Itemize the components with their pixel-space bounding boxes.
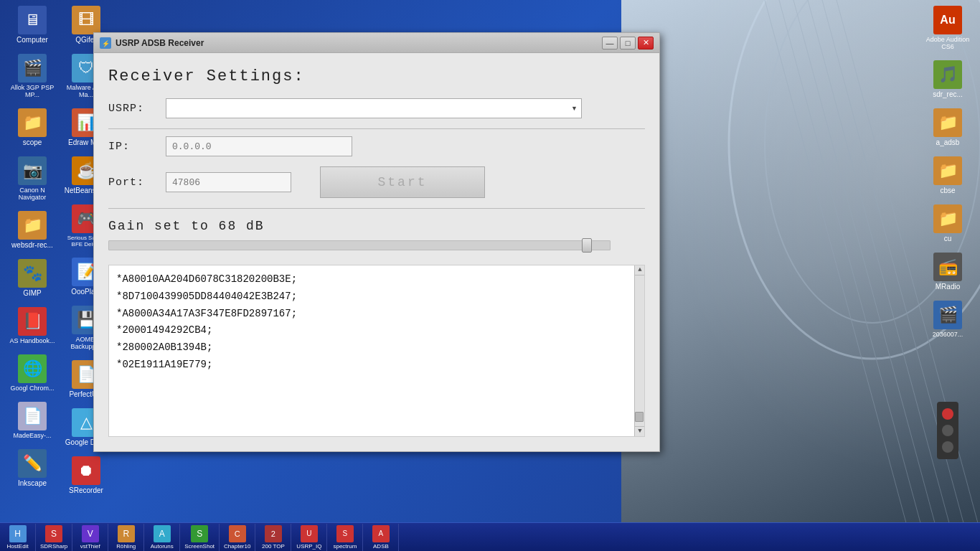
window-titlebar: ⚡ USRP ADSB Receiver — □ ✕ <box>94 33 659 53</box>
taskbar-item-200top[interactable]: 2 200 TOP <box>255 524 291 551</box>
svg-line-3 <box>779 0 923 531</box>
app-icon: ⚡ <box>100 37 111 49</box>
taskbar-items: H HostEdit S SDRSharp V vstThief R Röhli… <box>0 524 980 551</box>
svg-text:⚡: ⚡ <box>102 39 110 47</box>
svg-line-2 <box>765 0 908 531</box>
port-label: Port: <box>108 176 166 189</box>
scroll-down-button[interactable]: ▼ <box>635 426 645 436</box>
desktop-icon-mrado[interactable]: 📻 MRadio <box>923 250 973 293</box>
app-window: ⚡ USRP ADSB Receiver — □ ✕ Receiver Sett… <box>93 32 660 452</box>
output-line: *A8000A34A17A3F347E8FD2897167; <box>116 306 637 323</box>
output-scrollbar: ▲ ▼ <box>634 265 644 436</box>
desktop-icon-srecorder[interactable]: ⏺ SRecorder <box>61 454 111 496</box>
taskbar-item-vstthief[interactable]: V vstThief <box>72 524 108 551</box>
desktop: 🖥 Computer 🎬 Allok 3GP PSP MP... 📁 scope… <box>0 0 980 551</box>
start-button[interactable]: Start <box>320 166 485 198</box>
output-line: *20001494292CB4; <box>116 322 637 339</box>
ip-row: IP: <box>108 136 645 156</box>
ip-input[interactable] <box>166 136 352 156</box>
usrp-wrapper: ▼ <box>166 98 582 118</box>
taskbar-item-sdrsharp[interactable]: S SDRSharp <box>36 524 72 551</box>
desktop-icon-video[interactable]: 🎬 2036007... <box>923 298 973 340</box>
usrp-row: USRP: ▼ <box>108 98 645 118</box>
slider-container <box>108 240 645 250</box>
taskbar-item-rohling[interactable]: R Röhling <box>108 524 144 551</box>
taskbar-item-usrpiq[interactable]: U USRP_IQ <box>291 524 327 551</box>
desktop-icon-allok[interactable]: 🎬 Allok 3GP PSP MP... <box>7 52 57 100</box>
desktop-icon-gimp[interactable]: 🐾 GIMP <box>7 257 57 299</box>
window-title: USRP ADSB Receiver <box>116 38 602 48</box>
output-line: *280002A0B1394B; <box>116 339 637 357</box>
output-line: *A80010AA204D6078C31820200B3E; <box>116 271 637 288</box>
taskbar-item-screenshot[interactable]: S ScreenShot <box>180 524 220 551</box>
desktop-icon-a-adsb[interactable]: 📁 a_adsb <box>923 106 973 149</box>
desktop-icon-madeeasy[interactable]: 📄 MadeEasy-... <box>7 400 57 441</box>
usrp-select[interactable] <box>166 98 582 118</box>
desktop-icon-chrome[interactable]: 🌐 Googl Chrom... <box>7 352 57 394</box>
desktop-icon-scope[interactable]: 📁 scope <box>7 106 57 149</box>
gain-slider-track[interactable] <box>108 240 611 250</box>
desktop-icon-cu[interactable]: 📁 cu <box>923 202 973 245</box>
close-button[interactable]: ✕ <box>638 37 654 50</box>
output-lines: *A80010AA204D6078C31820200B3E;*8D7100439… <box>116 271 637 374</box>
divider-2 <box>108 208 645 209</box>
taskbar-item-chapter10[interactable]: C Chapter10 <box>220 524 255 551</box>
desktop-icon-inkscape[interactable]: ✏️ Inkscape <box>7 447 57 489</box>
desktop-icon-cbse[interactable]: 📁 cbse <box>923 154 973 197</box>
gain-label: Gain set to 68 dB <box>108 219 645 233</box>
ip-label: IP: <box>108 141 166 153</box>
divider-1 <box>108 128 645 129</box>
port-row: Port: Start <box>108 166 645 198</box>
desktop-icon-sdr-rec[interactable]: 🎵 sdr_rec... <box>923 58 973 100</box>
port-input[interactable] <box>166 172 291 192</box>
window-content: Receiver Settings: USRP: ▼ IP: Port: Sta… <box>94 53 659 451</box>
desktop-icons-right: Au Adobe Audition CS6 🎵 sdr_rec... 📁 a_a… <box>919 0 976 344</box>
minimize-button[interactable]: — <box>602 37 618 50</box>
taskbar: H HostEdit S SDRSharp V vstThief R Röhli… <box>0 522 980 551</box>
gain-slider-thumb[interactable] <box>582 238 592 253</box>
taskbar-item-autoruns[interactable]: A Autoruns <box>144 524 180 551</box>
output-line: *8D7100439905DD84404042E3B247; <box>116 288 637 306</box>
desktop-icon-computer[interactable]: 🖥 Computer <box>7 4 57 46</box>
output-area: *A80010AA204D6078C31820200B3E;*8D7100439… <box>108 265 645 437</box>
usrp-label: USRP: <box>108 103 166 115</box>
taskbar-item-spectrum[interactable]: S spectrum <box>327 524 363 551</box>
scroll-up-button[interactable]: ▲ <box>635 265 645 276</box>
maximize-button[interactable]: □ <box>620 37 636 50</box>
taskbar-item-hostedit[interactable]: H HostEdit <box>0 524 36 551</box>
desktop-icon-adobe-audition[interactable]: Au Adobe Audition CS6 <box>923 4 973 52</box>
settings-title: Receiver Settings: <box>108 67 645 85</box>
desktop-icons-left: 🖥 Computer 🎬 Allok 3GP PSP MP... 📁 scope… <box>4 0 61 493</box>
desktop-icon-websdr[interactable]: 📁 websdr-rec... <box>7 209 57 251</box>
taskbar-item-adsb[interactable]: A ADSB <box>363 524 399 551</box>
output-line: *02E1911A19E779; <box>116 357 637 374</box>
desktop-icon-canon[interactable]: 📷 Canon N Navigator <box>7 154 57 203</box>
scroll-thumb[interactable] <box>635 412 644 422</box>
svg-line-4 <box>793 0 937 531</box>
window-controls: — □ ✕ <box>602 37 654 50</box>
desktop-icon-handbook[interactable]: 📕 AS Handbook... <box>7 305 57 347</box>
